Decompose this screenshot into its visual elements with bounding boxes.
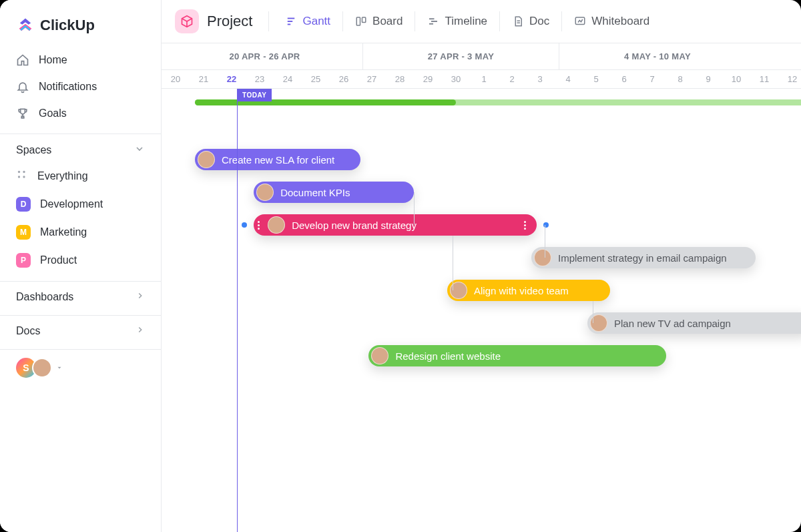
app-window: ClickUp HomeNotificationsGoals Spaces Ev…	[0, 0, 801, 532]
brand[interactable]: ClickUp	[0, 0, 161, 47]
nav-home[interactable]: Home	[0, 47, 161, 73]
sidebar-docs[interactable]: Docs	[0, 316, 161, 342]
day-label: 1	[470, 70, 498, 88]
nav-trophy[interactable]: Goals	[0, 100, 161, 127]
space-badge: P	[16, 253, 31, 268]
avatar	[268, 216, 285, 234]
day-label: 5	[582, 70, 610, 88]
brand-name: ClickUp	[40, 17, 95, 34]
task-bar[interactable]: Redesign client website	[368, 345, 665, 366]
task-label: Plan new TV ad campaign	[614, 318, 731, 329]
day-label: 8	[666, 70, 694, 88]
dependency-dot[interactable]	[242, 222, 247, 228]
view-board[interactable]: Board	[348, 11, 409, 32]
gantt-chart[interactable]: TODAYCreate new SLA for clientDocument K…	[162, 89, 801, 532]
day-label: 20	[162, 70, 190, 88]
day-label: 9	[694, 70, 722, 88]
space-development[interactable]: DDevelopment	[0, 190, 161, 218]
doc-icon	[512, 15, 524, 27]
avatar	[450, 282, 467, 299]
space-product[interactable]: PProduct	[0, 246, 161, 274]
avatar	[371, 347, 388, 364]
project-switcher[interactable]: Project	[175, 9, 259, 33]
svg-point-1	[23, 171, 25, 173]
day-label: 10	[722, 70, 750, 88]
drag-handle-icon[interactable]	[523, 221, 527, 230]
svg-point-3	[23, 176, 25, 178]
task-bar[interactable]: Plan new TV ad campaign	[587, 312, 801, 334]
task-label: Implement strategy in email campaign	[558, 252, 727, 264]
day-label: 7	[638, 70, 666, 88]
nav-label: Home	[39, 54, 67, 66]
day-label: 27	[358, 70, 386, 88]
days-header: 2021222324252627282930123456789101112	[162, 70, 801, 89]
user-avatars[interactable]: S	[0, 350, 161, 386]
svg-rect-8	[362, 17, 366, 23]
day-label: 25	[302, 70, 330, 88]
task-bar[interactable]: Align with video team	[447, 280, 610, 301]
view-doc[interactable]: Doc	[505, 11, 556, 32]
today-line	[237, 89, 238, 532]
view-whiteboard[interactable]: Whiteboard	[567, 11, 656, 32]
space-marketing[interactable]: MMarketing	[0, 218, 161, 246]
space-label: Product	[40, 254, 77, 266]
day-label: 22	[218, 70, 246, 88]
day-label: 12	[778, 70, 801, 88]
task-bar[interactable]: Document KPIs	[254, 182, 413, 203]
task-label: Create new SLA for client	[222, 154, 334, 166]
view-label: Whiteboard	[591, 15, 649, 28]
nav-label: Goals	[39, 107, 67, 119]
main: Project GanttBoardTimelineDocWhiteboard …	[162, 0, 801, 532]
space-label: Development	[40, 198, 103, 210]
nav-bell[interactable]: Notifications	[0, 73, 161, 100]
view-label: Doc	[529, 15, 549, 28]
sidebar-spaces-header[interactable]: Spaces	[0, 134, 161, 162]
task-label: Align with video team	[474, 285, 569, 296]
whiteboard-icon	[574, 15, 586, 27]
avatar	[256, 184, 274, 201]
nav-label: Notifications	[39, 81, 97, 93]
day-label: 24	[274, 70, 302, 88]
view-gantt[interactable]: Gantt	[278, 11, 337, 32]
topbar: Project GanttBoardTimelineDocWhiteboard	[162, 0, 801, 43]
chevron-down-icon	[56, 362, 63, 374]
week-label: 4 MAY - 10 MAY	[559, 43, 756, 69]
task-bar[interactable]: Develop new brand strategy	[254, 214, 537, 236]
sidebar: ClickUp HomeNotificationsGoals Spaces Ev…	[0, 0, 162, 532]
day-label: 30	[442, 70, 470, 88]
everything-icon	[16, 169, 28, 184]
task-label: Develop new brand strategy	[292, 220, 417, 231]
svg-rect-7	[356, 17, 360, 25]
progress-bar[interactable]	[195, 99, 801, 105]
task-bar[interactable]: Create new SLA for client	[195, 149, 360, 170]
everything-label: Everything	[37, 170, 88, 182]
day-label: 2	[498, 70, 526, 88]
trophy-icon	[16, 107, 29, 120]
avatar	[198, 151, 215, 168]
chevron-right-icon	[136, 325, 145, 337]
project-icon	[175, 9, 199, 33]
space-badge: M	[16, 225, 31, 240]
space-badge: D	[16, 197, 31, 212]
gantt-icon	[285, 15, 297, 27]
view-label: Board	[372, 15, 403, 28]
svg-point-2	[18, 176, 20, 178]
day-label: 3	[526, 70, 554, 88]
clickup-logo-icon	[16, 16, 35, 35]
drag-handle-icon[interactable]	[256, 221, 261, 230]
docs-label: Docs	[16, 325, 40, 337]
week-label: 20 APR - 26 APR	[167, 43, 363, 69]
dependency-dot[interactable]	[543, 222, 549, 228]
timeline-icon	[427, 15, 439, 27]
dashboards-label: Dashboards	[16, 291, 73, 303]
day-label: 4	[554, 70, 582, 88]
week-label: 27 APR - 3 MAY	[363, 43, 559, 69]
weeks-header: 20 APR - 26 APR27 APR - 3 MAY4 MAY - 10 …	[162, 43, 801, 70]
day-label: 26	[330, 70, 358, 88]
avatar	[32, 358, 52, 378]
sidebar-dashboards[interactable]: Dashboards	[0, 282, 161, 308]
view-timeline[interactable]: Timeline	[421, 11, 494, 32]
task-bar[interactable]: Implement strategy in email campaign	[531, 247, 756, 268]
avatar	[534, 249, 551, 266]
sidebar-everything[interactable]: Everything	[0, 162, 161, 190]
